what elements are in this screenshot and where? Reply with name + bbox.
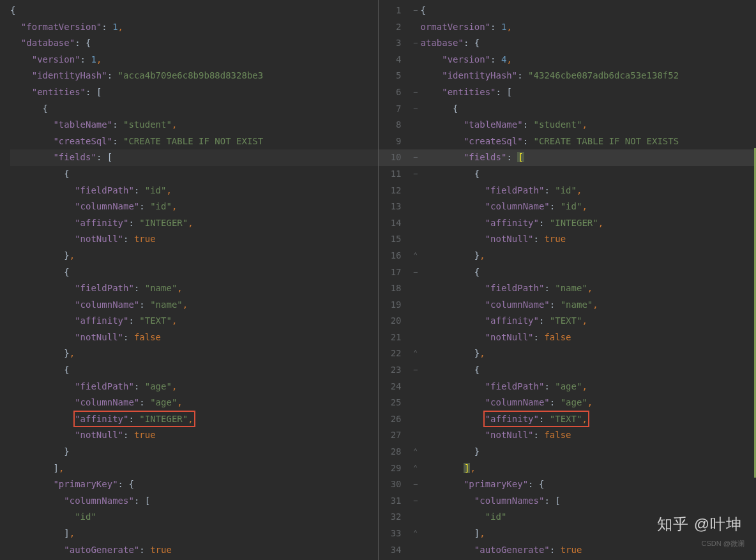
code-right[interactable]: 1−{2ormatVersion": 1,3−atabase": {4 "ver…	[379, 0, 757, 558]
code-line[interactable]: },	[10, 248, 378, 264]
code-line[interactable]: 26 "affinity": "TEXT",	[379, 411, 757, 428]
code-line[interactable]: 23− {	[379, 362, 757, 379]
line-number[interactable]: 29	[379, 460, 411, 477]
fold-icon[interactable]: ⌃	[411, 444, 421, 460]
code-line[interactable]: "notNull": false	[10, 329, 378, 346]
code-line[interactable]: 24 "fieldPath": "age",	[379, 379, 757, 395]
line-number[interactable]: 26	[379, 411, 411, 428]
line-number[interactable]: 5	[379, 68, 411, 84]
line-number[interactable]: 34	[379, 542, 411, 559]
code-line[interactable]: 11− {	[379, 166, 757, 183]
fold-icon[interactable]: −	[411, 35, 421, 52]
code-line[interactable]: "columnNames": [	[10, 493, 378, 510]
code-line[interactable]: 12 "fieldPath": "id",	[379, 183, 757, 199]
line-number[interactable]: 14	[379, 215, 411, 232]
code-line[interactable]: 2ormatVersion": 1,	[379, 19, 757, 36]
code-line[interactable]: "notNull": true	[10, 427, 378, 444]
code-line[interactable]: 16⌃ },	[379, 248, 757, 264]
code-line[interactable]: 17− {	[379, 264, 757, 281]
line-number[interactable]: 4	[379, 52, 411, 68]
code-line[interactable]: 5 "identityHash": "43246cbe087adb6dca53e…	[379, 68, 757, 84]
fold-icon[interactable]: −	[411, 84, 421, 101]
fold-icon[interactable]: −	[411, 476, 421, 493]
code-line[interactable]: 29⌃ ],	[379, 460, 757, 477]
line-number[interactable]: 2	[379, 19, 411, 36]
line-number[interactable]: 6	[379, 84, 411, 101]
line-number[interactable]: 31	[379, 493, 411, 510]
line-number[interactable]: 21	[379, 329, 411, 346]
code-line[interactable]: "createSql": "CREATE TABLE IF NOT EXIST	[10, 133, 378, 150]
code-line[interactable]: 18 "fieldPath": "name",	[379, 280, 757, 297]
fold-icon[interactable]: −	[411, 493, 421, 510]
code-line[interactable]: "version": 1,	[10, 52, 378, 68]
line-number[interactable]: 24	[379, 379, 411, 395]
code-line[interactable]: "affinity": "INTEGER",	[10, 215, 378, 232]
code-line[interactable]: }	[10, 444, 378, 460]
code-line[interactable]: "entities": [	[10, 84, 378, 101]
line-number[interactable]: 18	[379, 280, 411, 297]
code-line[interactable]: 13 "columnName": "id",	[379, 199, 757, 215]
code-line[interactable]: "columnName": "age",	[10, 395, 378, 411]
right-pane[interactable]: 1−{2ormatVersion": 1,3−atabase": {4 "ver…	[379, 0, 757, 560]
code-line[interactable]: 20 "affinity": "TEXT",	[379, 313, 757, 329]
code-line[interactable]: {	[10, 166, 378, 183]
code-line[interactable]: 4 "version": 4,	[379, 52, 757, 68]
line-number[interactable]: 12	[379, 183, 411, 199]
line-number[interactable]: 25	[379, 395, 411, 411]
code-line[interactable]: "fieldPath": "id",	[10, 183, 378, 199]
code-line[interactable]: "autoGenerate": true	[10, 542, 378, 559]
fold-icon[interactable]: −	[411, 362, 421, 379]
code-line[interactable]: "identityHash": "acca4b709e6c8b9b88d8328…	[10, 68, 378, 84]
code-line[interactable]: "columnName": "name",	[10, 297, 378, 314]
code-line[interactable]: 8 "tableName": "student",	[379, 117, 757, 133]
code-line[interactable]: {	[10, 101, 378, 117]
code-line[interactable]: ],	[10, 526, 378, 542]
code-line[interactable]: 7− {	[379, 101, 757, 117]
fold-icon[interactable]: ⌃	[411, 345, 421, 362]
line-number[interactable]: 3	[379, 35, 411, 52]
line-number[interactable]: 16	[379, 248, 411, 264]
fold-icon[interactable]: ⌃	[411, 526, 421, 542]
code-line[interactable]: 31− "columnNames": [	[379, 493, 757, 510]
fold-icon[interactable]: −	[411, 101, 421, 117]
code-line[interactable]: 9 "createSql": "CREATE TABLE IF NOT EXIS…	[379, 133, 757, 150]
line-number[interactable]: 8	[379, 117, 411, 133]
code-line[interactable]: 10− "fields": [	[379, 149, 757, 166]
code-line[interactable]: "affinity": "INTEGER",	[10, 411, 378, 428]
code-line[interactable]: "id"	[10, 509, 378, 526]
code-line[interactable]: {	[10, 264, 378, 281]
fold-icon[interactable]: −	[411, 166, 421, 183]
code-left[interactable]: { "formatVersion": 1, "database": { "ver…	[0, 0, 378, 558]
line-number[interactable]: 23	[379, 362, 411, 379]
fold-icon[interactable]: ⌃	[411, 460, 421, 477]
code-line[interactable]: 22⌃ },	[379, 345, 757, 362]
line-number[interactable]: 15	[379, 231, 411, 248]
line-number[interactable]: 30	[379, 476, 411, 493]
code-line[interactable]: 6− "entities": [	[379, 84, 757, 101]
code-line[interactable]: 3−atabase": {	[379, 35, 757, 52]
code-line[interactable]: 27 "notNull": false	[379, 427, 757, 444]
code-line[interactable]: "primaryKey": {	[10, 476, 378, 493]
code-line[interactable]: 14 "affinity": "INTEGER",	[379, 215, 757, 232]
code-line[interactable]: 25 "columnName": "age",	[379, 395, 757, 411]
line-number[interactable]: 11	[379, 166, 411, 183]
code-line[interactable]: "database": {	[10, 35, 378, 52]
code-line[interactable]: 1−{	[379, 3, 757, 19]
line-number[interactable]: 33	[379, 526, 411, 542]
code-line[interactable]: 28⌃ }	[379, 444, 757, 460]
code-line[interactable]: 30− "primaryKey": {	[379, 476, 757, 493]
left-pane[interactable]: { "formatVersion": 1, "database": { "ver…	[0, 0, 379, 560]
fold-icon[interactable]: ⌃	[411, 248, 421, 264]
line-number[interactable]: 17	[379, 264, 411, 281]
line-number[interactable]: 10	[379, 149, 411, 166]
code-line[interactable]: {	[10, 3, 378, 19]
code-line[interactable]: 15 "notNull": true	[379, 231, 757, 248]
line-number[interactable]: 9	[379, 133, 411, 150]
line-number[interactable]: 13	[379, 199, 411, 215]
fold-icon[interactable]: −	[411, 3, 421, 19]
code-line[interactable]: },	[10, 345, 378, 362]
code-line[interactable]: "columnName": "id",	[10, 199, 378, 215]
code-line[interactable]: {	[10, 362, 378, 379]
code-line[interactable]: 19 "columnName": "name",	[379, 297, 757, 314]
line-number[interactable]: 32	[379, 509, 411, 526]
